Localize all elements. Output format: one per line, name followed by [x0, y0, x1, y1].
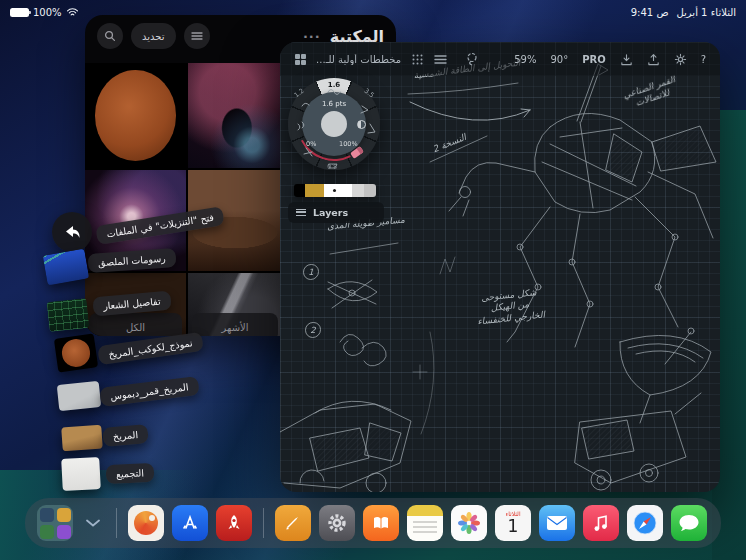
swatch-gray[interactable]	[364, 184, 376, 197]
app-safari[interactable]	[627, 505, 663, 541]
layers-menu-icon	[296, 209, 306, 216]
annotation-version: النسخة 2	[431, 132, 468, 156]
settings-gear-icon[interactable]	[674, 53, 687, 66]
drag-thumb-mars-sepia[interactable]	[61, 425, 103, 452]
dock-chevron-down-icon[interactable]	[81, 505, 105, 541]
book-icon	[371, 514, 391, 532]
app-pen[interactable]	[275, 505, 311, 541]
photos-flower-icon	[456, 510, 482, 536]
drag-label-mars[interactable]: المريخ	[102, 424, 149, 447]
search-button[interactable]	[97, 23, 123, 49]
drag-label-mars-model[interactable]: نموذج_لكوكب_المريخ	[97, 332, 203, 365]
annotation-number-2: 2	[305, 322, 321, 338]
status-bar: 100% الثلاثاء 1 أبريل 9:41 ص	[0, 4, 746, 20]
music-note-icon	[592, 513, 610, 533]
tool-glyphs	[286, 62, 382, 178]
canvas-angle[interactable]: 90°	[550, 54, 568, 65]
battery-icon	[10, 8, 29, 17]
concepts-window: التحويل إلى الطاقة الشمسية النسخة 2 القم…	[280, 42, 720, 492]
calendar-day: 1	[508, 518, 519, 535]
app-calendar[interactable]: الثلاثاء 1	[495, 505, 531, 541]
annotation-satellite: القمر الصناعي للاتصالات	[609, 70, 694, 117]
photo-spacecraft[interactable]: الأشهر	[188, 273, 282, 336]
dots-grid-icon[interactable]	[411, 53, 424, 66]
tab-months[interactable]: الأشهر	[192, 313, 278, 336]
photo-mars-globe[interactable]	[85, 63, 186, 168]
drag-thumb-blue-poster[interactable]	[43, 249, 90, 286]
import-icon[interactable]	[620, 53, 633, 66]
layers-panel-header[interactable]: Layers	[288, 202, 384, 223]
gear-icon	[325, 511, 349, 535]
drag-thumb-assembly-sketch[interactable]	[61, 457, 101, 491]
suggested-app-4	[57, 525, 71, 539]
app-store-icon	[180, 513, 200, 533]
dock: الثلاثاء 1	[25, 498, 721, 548]
swatch-gold[interactable]	[305, 184, 324, 197]
app-rocket[interactable]	[216, 505, 252, 541]
pro-button[interactable]: PRO	[582, 54, 606, 65]
battery-percent: 100%	[33, 7, 62, 18]
tool-wheel[interactable]: 1.6 1.2 3.5 8.0 1.6 pts 0% 100%	[286, 62, 382, 178]
drag-thumb-green-logo[interactable]	[47, 298, 90, 332]
app-concepts[interactable]	[128, 505, 164, 541]
app-library-suggestions[interactable]	[37, 505, 73, 541]
notes-line	[413, 521, 437, 523]
drag-thumb-deimos-sketch[interactable]	[57, 381, 101, 411]
view-options-button[interactable]	[184, 23, 210, 49]
back-arrow-icon	[62, 223, 82, 241]
envelope-icon	[546, 515, 568, 531]
app-notes[interactable]	[407, 505, 443, 541]
swatch-black[interactable]	[294, 184, 305, 197]
help-button[interactable]: ?	[701, 54, 706, 65]
drag-label-assembly[interactable]: التجميع	[106, 463, 155, 484]
notes-line	[413, 531, 437, 533]
list-lines-icon	[191, 31, 203, 41]
app-books[interactable]	[363, 505, 399, 541]
export-icon[interactable]	[647, 53, 660, 66]
swatch-selected-dot	[333, 189, 336, 192]
suggested-app-2	[57, 508, 71, 522]
search-icon	[104, 30, 116, 42]
app-photos[interactable]	[451, 505, 487, 541]
dock-divider	[263, 508, 264, 538]
tab-all[interactable]: الكل	[89, 313, 182, 336]
layers-label: Layers	[313, 207, 348, 218]
compass-icon	[631, 509, 659, 537]
zoom-level[interactable]: 59%	[514, 54, 536, 65]
pen-icon	[283, 513, 303, 533]
suggested-app-3	[40, 525, 54, 539]
menu-lines-icon[interactable]	[434, 54, 447, 65]
photo-horsehead-nebula[interactable]	[188, 63, 282, 168]
wifi-icon	[66, 7, 79, 17]
notes-line	[413, 526, 437, 528]
drag-thumb-mars-model[interactable]	[54, 333, 98, 372]
app-messages[interactable]	[671, 505, 707, 541]
speech-bubble-icon	[678, 513, 700, 533]
app-app-store[interactable]	[172, 505, 208, 541]
suggested-app-1	[40, 508, 54, 522]
drag-back-button[interactable]	[52, 212, 92, 252]
select-button[interactable]: تحديد	[131, 23, 176, 49]
dock-divider	[116, 508, 117, 538]
ipad-screen: 100% الثلاثاء 1 أبريل 9:41 ص الكل الأشهر	[0, 0, 746, 560]
annotation-beetle: شكل مستوحى من الهيكل الخارجي للخنفساء	[474, 287, 545, 328]
app-settings[interactable]	[319, 505, 355, 541]
status-date: الثلاثاء 1 أبريل	[676, 7, 736, 18]
color-swatch-bar[interactable]	[294, 184, 376, 197]
app-music[interactable]	[583, 505, 619, 541]
swatch-gray-light[interactable]	[352, 184, 364, 197]
status-time: 9:41 ص	[631, 7, 669, 18]
app-mail[interactable]	[539, 505, 575, 541]
annotation-number-1: 1	[303, 264, 319, 280]
swatch-white[interactable]	[324, 184, 352, 197]
rocket-icon	[224, 513, 244, 533]
lasso-icon[interactable]	[465, 52, 479, 66]
drag-label-deimos[interactable]: المريخ_قمر_ديموس	[99, 376, 199, 407]
